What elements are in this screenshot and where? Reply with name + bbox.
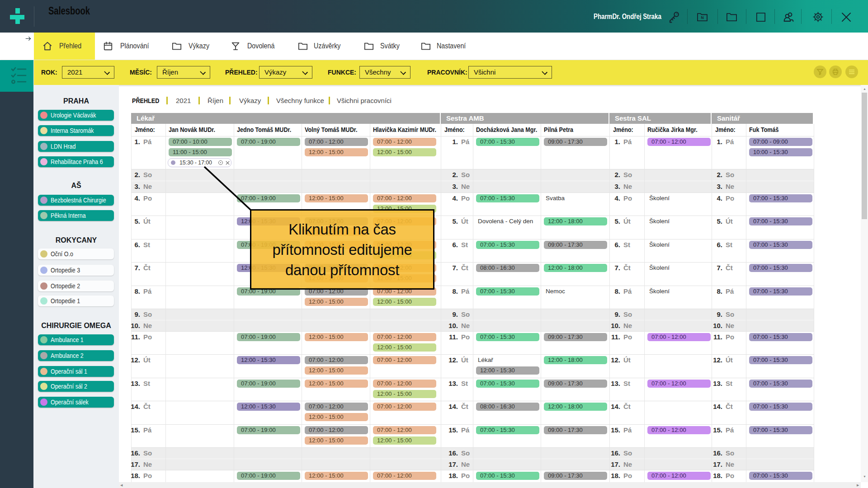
svg-text:N: N <box>701 15 703 20</box>
